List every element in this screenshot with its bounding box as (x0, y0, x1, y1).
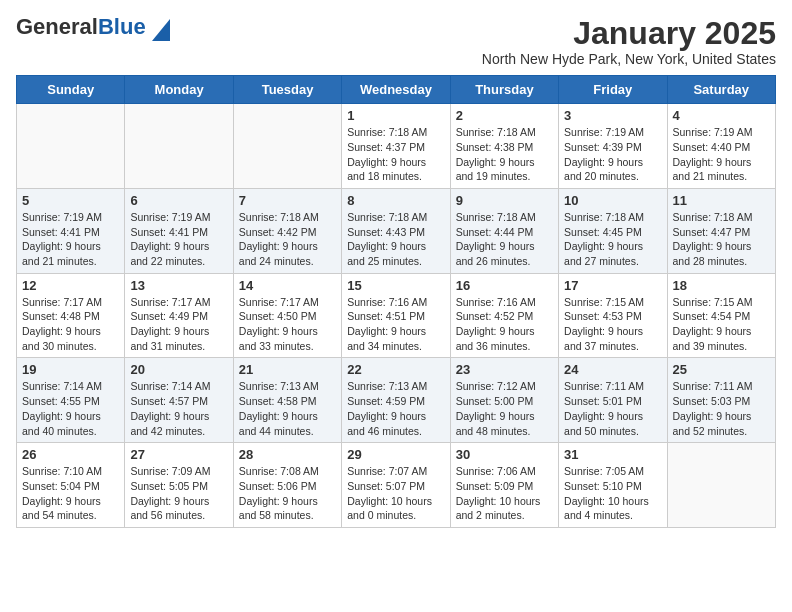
day-number: 28 (239, 447, 336, 462)
day-info: Sunrise: 7:08 AM Sunset: 5:06 PM Dayligh… (239, 464, 336, 523)
day-info: Sunrise: 7:19 AM Sunset: 4:39 PM Dayligh… (564, 125, 661, 184)
day-info: Sunrise: 7:17 AM Sunset: 4:48 PM Dayligh… (22, 295, 119, 354)
day-info: Sunrise: 7:18 AM Sunset: 4:38 PM Dayligh… (456, 125, 553, 184)
calendar-cell: 26Sunrise: 7:10 AM Sunset: 5:04 PM Dayli… (17, 443, 125, 528)
day-number: 2 (456, 108, 553, 123)
calendar-cell: 3Sunrise: 7:19 AM Sunset: 4:39 PM Daylig… (559, 104, 667, 189)
day-info: Sunrise: 7:19 AM Sunset: 4:40 PM Dayligh… (673, 125, 770, 184)
calendar-cell: 19Sunrise: 7:14 AM Sunset: 4:55 PM Dayli… (17, 358, 125, 443)
day-number: 24 (564, 362, 661, 377)
calendar-cell: 30Sunrise: 7:06 AM Sunset: 5:09 PM Dayli… (450, 443, 558, 528)
day-info: Sunrise: 7:18 AM Sunset: 4:44 PM Dayligh… (456, 210, 553, 269)
calendar-cell: 14Sunrise: 7:17 AM Sunset: 4:50 PM Dayli… (233, 273, 341, 358)
day-info: Sunrise: 7:07 AM Sunset: 5:07 PM Dayligh… (347, 464, 444, 523)
day-info: Sunrise: 7:18 AM Sunset: 4:43 PM Dayligh… (347, 210, 444, 269)
day-info: Sunrise: 7:15 AM Sunset: 4:54 PM Dayligh… (673, 295, 770, 354)
day-number: 1 (347, 108, 444, 123)
calendar-cell: 31Sunrise: 7:05 AM Sunset: 5:10 PM Dayli… (559, 443, 667, 528)
day-info: Sunrise: 7:18 AM Sunset: 4:47 PM Dayligh… (673, 210, 770, 269)
calendar-cell: 5Sunrise: 7:19 AM Sunset: 4:41 PM Daylig… (17, 188, 125, 273)
calendar-week-row: 19Sunrise: 7:14 AM Sunset: 4:55 PM Dayli… (17, 358, 776, 443)
weekday-header: Sunday (17, 76, 125, 104)
calendar-week-row: 1Sunrise: 7:18 AM Sunset: 4:37 PM Daylig… (17, 104, 776, 189)
page-header: GeneralBlue January 2025 North New Hyde … (16, 16, 776, 67)
day-number: 21 (239, 362, 336, 377)
day-number: 9 (456, 193, 553, 208)
day-number: 11 (673, 193, 770, 208)
calendar-cell: 27Sunrise: 7:09 AM Sunset: 5:05 PM Dayli… (125, 443, 233, 528)
calendar-cell (17, 104, 125, 189)
day-info: Sunrise: 7:16 AM Sunset: 4:51 PM Dayligh… (347, 295, 444, 354)
day-info: Sunrise: 7:12 AM Sunset: 5:00 PM Dayligh… (456, 379, 553, 438)
day-number: 22 (347, 362, 444, 377)
day-info: Sunrise: 7:18 AM Sunset: 4:42 PM Dayligh… (239, 210, 336, 269)
day-info: Sunrise: 7:14 AM Sunset: 4:55 PM Dayligh… (22, 379, 119, 438)
day-number: 10 (564, 193, 661, 208)
weekday-header: Friday (559, 76, 667, 104)
day-info: Sunrise: 7:13 AM Sunset: 4:58 PM Dayligh… (239, 379, 336, 438)
calendar-week-row: 12Sunrise: 7:17 AM Sunset: 4:48 PM Dayli… (17, 273, 776, 358)
day-number: 30 (456, 447, 553, 462)
calendar-cell (667, 443, 775, 528)
day-number: 6 (130, 193, 227, 208)
calendar-cell: 22Sunrise: 7:13 AM Sunset: 4:59 PM Dayli… (342, 358, 450, 443)
day-info: Sunrise: 7:16 AM Sunset: 4:52 PM Dayligh… (456, 295, 553, 354)
calendar-cell: 16Sunrise: 7:16 AM Sunset: 4:52 PM Dayli… (450, 273, 558, 358)
calendar-body: 1Sunrise: 7:18 AM Sunset: 4:37 PM Daylig… (17, 104, 776, 528)
logo-triangle-icon (152, 19, 170, 41)
day-number: 17 (564, 278, 661, 293)
weekday-header-row: SundayMondayTuesdayWednesdayThursdayFrid… (17, 76, 776, 104)
weekday-header: Thursday (450, 76, 558, 104)
location-title: North New Hyde Park, New York, United St… (482, 51, 776, 67)
calendar-cell: 25Sunrise: 7:11 AM Sunset: 5:03 PM Dayli… (667, 358, 775, 443)
day-number: 12 (22, 278, 119, 293)
day-info: Sunrise: 7:11 AM Sunset: 5:01 PM Dayligh… (564, 379, 661, 438)
calendar-cell: 6Sunrise: 7:19 AM Sunset: 4:41 PM Daylig… (125, 188, 233, 273)
calendar-cell: 20Sunrise: 7:14 AM Sunset: 4:57 PM Dayli… (125, 358, 233, 443)
calendar-cell: 18Sunrise: 7:15 AM Sunset: 4:54 PM Dayli… (667, 273, 775, 358)
day-number: 29 (347, 447, 444, 462)
day-info: Sunrise: 7:18 AM Sunset: 4:45 PM Dayligh… (564, 210, 661, 269)
day-number: 19 (22, 362, 119, 377)
day-number: 16 (456, 278, 553, 293)
logo-blue: Blue (98, 14, 146, 39)
weekday-header: Monday (125, 76, 233, 104)
title-block: January 2025 North New Hyde Park, New Yo… (482, 16, 776, 67)
day-number: 4 (673, 108, 770, 123)
weekday-header: Tuesday (233, 76, 341, 104)
calendar-cell: 28Sunrise: 7:08 AM Sunset: 5:06 PM Dayli… (233, 443, 341, 528)
logo-text: GeneralBlue (16, 16, 170, 41)
calendar-cell: 23Sunrise: 7:12 AM Sunset: 5:00 PM Dayli… (450, 358, 558, 443)
calendar-cell: 17Sunrise: 7:15 AM Sunset: 4:53 PM Dayli… (559, 273, 667, 358)
day-number: 5 (22, 193, 119, 208)
calendar-cell: 7Sunrise: 7:18 AM Sunset: 4:42 PM Daylig… (233, 188, 341, 273)
day-number: 7 (239, 193, 336, 208)
day-info: Sunrise: 7:18 AM Sunset: 4:37 PM Dayligh… (347, 125, 444, 184)
calendar-cell: 1Sunrise: 7:18 AM Sunset: 4:37 PM Daylig… (342, 104, 450, 189)
calendar-cell: 2Sunrise: 7:18 AM Sunset: 4:38 PM Daylig… (450, 104, 558, 189)
calendar-cell: 9Sunrise: 7:18 AM Sunset: 4:44 PM Daylig… (450, 188, 558, 273)
day-number: 31 (564, 447, 661, 462)
day-info: Sunrise: 7:10 AM Sunset: 5:04 PM Dayligh… (22, 464, 119, 523)
calendar-header: SundayMondayTuesdayWednesdayThursdayFrid… (17, 76, 776, 104)
day-info: Sunrise: 7:19 AM Sunset: 4:41 PM Dayligh… (22, 210, 119, 269)
calendar-week-row: 5Sunrise: 7:19 AM Sunset: 4:41 PM Daylig… (17, 188, 776, 273)
calendar-cell: 11Sunrise: 7:18 AM Sunset: 4:47 PM Dayli… (667, 188, 775, 273)
logo-general: General (16, 14, 98, 39)
logo: GeneralBlue (16, 16, 170, 41)
day-info: Sunrise: 7:13 AM Sunset: 4:59 PM Dayligh… (347, 379, 444, 438)
calendar-cell (125, 104, 233, 189)
day-info: Sunrise: 7:11 AM Sunset: 5:03 PM Dayligh… (673, 379, 770, 438)
day-number: 13 (130, 278, 227, 293)
calendar-cell: 4Sunrise: 7:19 AM Sunset: 4:40 PM Daylig… (667, 104, 775, 189)
day-number: 26 (22, 447, 119, 462)
calendar-cell (233, 104, 341, 189)
calendar-cell: 29Sunrise: 7:07 AM Sunset: 5:07 PM Dayli… (342, 443, 450, 528)
calendar-cell: 24Sunrise: 7:11 AM Sunset: 5:01 PM Dayli… (559, 358, 667, 443)
day-number: 20 (130, 362, 227, 377)
day-number: 23 (456, 362, 553, 377)
calendar-cell: 10Sunrise: 7:18 AM Sunset: 4:45 PM Dayli… (559, 188, 667, 273)
calendar-cell: 12Sunrise: 7:17 AM Sunset: 4:48 PM Dayli… (17, 273, 125, 358)
day-number: 3 (564, 108, 661, 123)
day-number: 25 (673, 362, 770, 377)
